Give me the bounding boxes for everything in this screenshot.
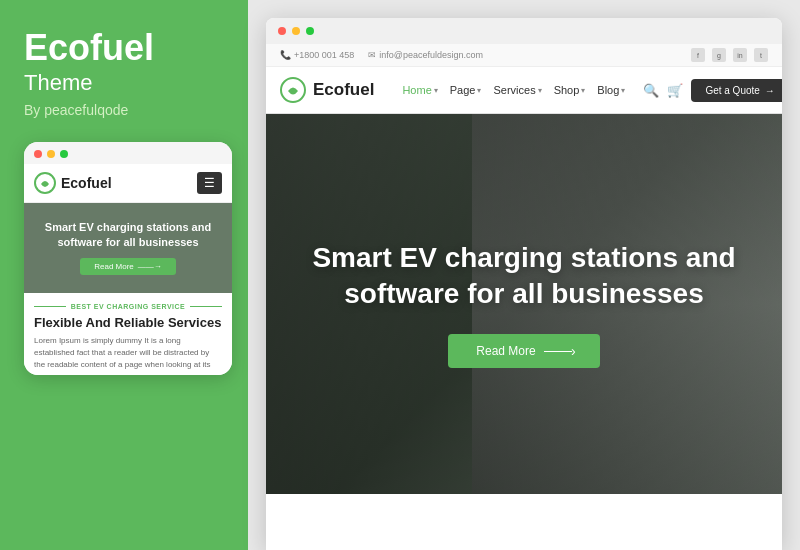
nav-link-home[interactable]: Home ▾ [402,84,437,96]
hero-arrow-icon [544,351,572,352]
twitter-icon[interactable]: t [754,48,768,62]
mobile-section-badge: BEST EV CHARGING SERVICE [34,303,222,310]
browser-dot-red [278,27,286,35]
search-button[interactable]: 🔍 [643,83,659,98]
mobile-read-more-arrow: ——→ [138,262,162,271]
brand-subtitle: Theme [24,70,224,96]
email-address: info@peacefuldesign.com [379,50,483,60]
topbar-social: f g in t [691,48,768,62]
browser-dot-yellow [292,27,300,35]
nav-logo-area: Ecofuel [280,77,374,103]
hero-read-more-label: Read More [476,344,535,358]
chevron-down-icon: ▾ [621,86,625,95]
chevron-down-icon: ▾ [581,86,585,95]
phone-number: +1800 001 458 [294,50,354,60]
dot-green [60,150,68,158]
browser-dot-green [306,27,314,35]
mobile-mockup: Ecofuel ☰ Smart EV charging stations and… [24,142,232,376]
browser-top-bar [266,18,782,44]
main-nav-bar: Ecofuel Home ▾ Page ▾ Services ▾ Shop ▾ … [266,67,782,114]
mobile-section: BEST EV CHARGING SERVICE Flexible And Re… [24,293,232,376]
nav-logo-text: Ecofuel [313,80,374,100]
nav-actions: 🔍 🛒 Get a Quote → [643,79,782,102]
left-panel: Ecofuel Theme By peacefulqode Ecofuel ☰ [0,0,248,550]
dot-yellow [47,150,55,158]
mobile-nav: Ecofuel ☰ [24,164,232,203]
phone-icon: 📞 [280,50,291,60]
email-icon: ✉ [368,50,376,60]
nav-logo-icon [280,77,306,103]
brand-author: By peacefulqode [24,102,224,118]
hero-read-more-button[interactable]: Read More [448,334,599,368]
topbar-email: ✉ info@peacefuldesign.com [368,50,483,60]
mobile-hero-title: Smart EV charging stations and software … [36,220,220,250]
browser-topbar-info: 📞 +1800 001 458 ✉ info@peacefuldesign.co… [266,44,782,67]
instagram-icon[interactable]: in [733,48,747,62]
hero-title: Smart EV charging stations and software … [306,240,742,313]
mobile-hero: Smart EV charging stations and software … [24,203,232,293]
mobile-section-title: Flexible And Reliable Services [34,315,222,331]
facebook-icon[interactable]: f [691,48,705,62]
mobile-read-more-button[interactable]: Read More ——→ [80,258,176,275]
mobile-section-desc: Lorem Ipsum is simply dummy It is a long… [34,335,222,371]
mobile-logo-text: Ecofuel [61,175,112,191]
google-icon[interactable]: g [712,48,726,62]
cart-button[interactable]: 🛒 [667,83,683,98]
nav-link-page[interactable]: Page ▾ [450,84,482,96]
nav-link-blog[interactable]: Blog ▾ [597,84,625,96]
badge-line-right [190,306,222,307]
right-panel: 📞 +1800 001 458 ✉ info@peacefuldesign.co… [248,0,800,550]
browser-window: 📞 +1800 001 458 ✉ info@peacefuldesign.co… [266,18,782,550]
mobile-hero-content: Smart EV charging stations and software … [36,220,220,275]
badge-line-left [34,306,66,307]
dot-red [34,150,42,158]
nav-link-services[interactable]: Services ▾ [493,84,541,96]
hero-content: Smart EV charging stations and software … [266,240,782,369]
chevron-down-icon: ▾ [477,86,481,95]
chevron-down-icon: ▾ [538,86,542,95]
nav-links: Home ▾ Page ▾ Services ▾ Shop ▾ Blog ▾ [402,84,625,96]
get-quote-button[interactable]: Get a Quote → [691,79,782,102]
nav-link-shop[interactable]: Shop ▾ [554,84,586,96]
topbar-phone: 📞 +1800 001 458 [280,50,354,60]
badge-text: BEST EV CHARGING SERVICE [71,303,186,310]
hero-area: Smart EV charging stations and software … [266,114,782,494]
get-quote-arrow: → [765,85,775,96]
mobile-logo-area: Ecofuel [34,172,112,194]
mobile-logo-icon [34,172,56,194]
brand-title: Ecofuel [24,28,224,68]
mobile-top-bar [24,142,232,164]
chevron-down-icon: ▾ [434,86,438,95]
mobile-hamburger-button[interactable]: ☰ [197,172,222,194]
get-quote-label: Get a Quote [705,85,759,96]
